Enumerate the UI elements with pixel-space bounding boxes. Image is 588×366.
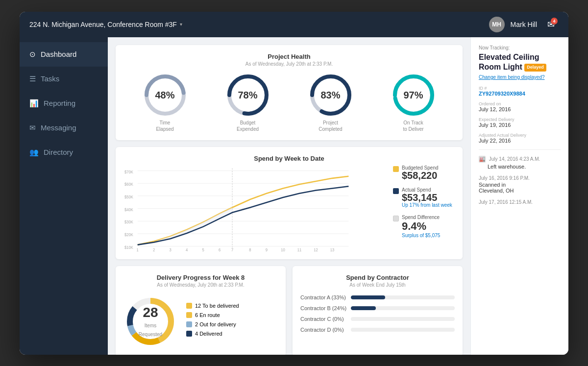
warehouse-icon: 🏭 — [479, 156, 486, 163]
contractor-label: Contractor B (24%) — [300, 305, 347, 311]
sidebar-item-label: Tasks — [41, 74, 59, 83]
id-value[interactable]: ZY92709320X9884 — [479, 91, 561, 97]
adj-delivery-label: Adjusted Actual Delivery — [479, 133, 561, 138]
location-selector[interactable]: 224 N. Michigan Avenue, Conference Room … — [29, 21, 182, 28]
diff-val: 9.4% — [402, 220, 440, 233]
contractor-bar-bg — [351, 295, 455, 299]
sidebar-item-reporting[interactable]: 📊 Reporting — [20, 91, 108, 116]
delivery-total-label: ItemsRequested — [139, 323, 162, 337]
svg-text:13: 13 — [330, 247, 335, 251]
svg-text:8: 8 — [249, 247, 251, 251]
circle-wrap: 78% — [226, 73, 270, 117]
messaging-icon: ✉ — [29, 123, 36, 132]
dashboard-icon: ⊙ — [29, 50, 36, 59]
spend-chart-title: Spend by Week to Date — [123, 155, 455, 162]
change-item-link[interactable]: Change item being displayed? — [479, 74, 561, 80]
event-2-date: July 16, 2016 9:16 P.M. — [479, 175, 561, 181]
circle-label: On Trackto Deliver — [403, 120, 423, 132]
app-frame: 224 N. Michigan Avenue, Conference Room … — [20, 12, 568, 355]
contractor-row: Contractor D (0%) — [300, 327, 455, 333]
sidebar-item-label: Directory — [44, 148, 73, 156]
svg-text:$50K: $50K — [124, 195, 134, 199]
svg-text:9: 9 — [266, 247, 268, 251]
circle-wrap: 97% — [392, 73, 435, 117]
content-area: Project Health As of Wednesday, July 20t… — [108, 37, 470, 355]
contractor-label: Contractor C (0%) — [300, 316, 347, 322]
event-2-desc: Scanned in Cleveland, OH — [479, 182, 561, 194]
project-health-title: Project Health — [123, 53, 455, 60]
svg-text:$40K: $40K — [124, 207, 134, 212]
sidebar-item-label: Dashboard — [41, 50, 76, 58]
panel-divider — [479, 149, 561, 150]
tasks-icon: ☰ — [29, 74, 36, 83]
actual-val: $53,145 — [402, 193, 452, 202]
health-metric: 97% On Trackto Deliver — [392, 73, 435, 132]
delivery-legend-dot — [186, 331, 192, 337]
sidebar-item-messaging[interactable]: ✉ Messaging — [20, 116, 108, 140]
avatar-initials: MH — [492, 21, 501, 28]
contractor-title: Spend by Contractor — [300, 274, 455, 281]
contractor-row: Contractor B (24%) — [300, 305, 455, 311]
circle-label: TimeElapsed — [156, 120, 173, 132]
actual-sub[interactable]: Up 17% from last week — [402, 202, 452, 208]
delivery-donut-center: 28 ItemsRequested — [139, 305, 162, 338]
svg-text:11: 11 — [297, 247, 302, 251]
project-health-subtitle: As of Wednesday, July 20th at 2:33 P.M. — [123, 61, 455, 67]
svg-text:$20K: $20K — [124, 232, 134, 237]
bottom-row: Delivery Progress for Week 8 As of Wedne… — [116, 266, 463, 355]
contractor-label: Contractor D (0%) — [300, 327, 347, 333]
health-metric: 83% ProjectCompleted — [309, 73, 352, 132]
mail-badge: 4 — [551, 18, 558, 24]
delivery-legend-label: 12 To be delivered — [195, 303, 239, 309]
budgeted-legend: Budgeted Spend $58,220 — [393, 165, 455, 180]
event-1-desc: Left warehouse. — [479, 164, 561, 170]
contractor-subtitle: As of Week End July 15th — [300, 282, 455, 288]
exp-delivery-label: Expected Delivery — [479, 117, 561, 122]
sidebar-item-label: Messaging — [41, 123, 76, 132]
contractor-row: Contractor A (33%) — [300, 294, 455, 300]
circle-wrap: 48% — [144, 73, 187, 117]
actual-legend: Actual Spend $53,145 Up 17% from last we… — [393, 187, 455, 208]
contractor-label: Contractor A (33%) — [300, 294, 347, 300]
delivery-legend-item: 6 En route — [186, 312, 239, 318]
health-metric: 48% TimeElapsed — [144, 73, 187, 132]
sidebar-item-tasks[interactable]: ☰ Tasks — [20, 67, 108, 91]
delivery-legend: 12 To be delivered 6 En route 2 Out for … — [186, 303, 239, 340]
circle-label: ProjectCompleted — [318, 120, 342, 132]
mail-button[interactable]: ✉ 4 — [543, 17, 559, 32]
avatar: MH — [489, 17, 505, 32]
main-layout: ⊙ Dashboard ☰ Tasks 📊 Reporting ✉ Messag… — [20, 37, 568, 355]
topbar-right: MH Mark Hill ✉ 4 — [489, 17, 559, 32]
project-health-card: Project Health As of Wednesday, July 20t… — [116, 45, 463, 140]
delivery-title: Delivery Progress for Week 8 — [123, 274, 278, 281]
svg-text:$60K: $60K — [124, 182, 134, 187]
chevron-down-icon: ▾ — [180, 22, 182, 27]
sidebar-item-directory[interactable]: 👥 Directory — [20, 140, 108, 165]
location-text: 224 N. Michigan Avenue, Conference Room … — [29, 21, 177, 28]
spend-legend: Budgeted Spend $58,220 Actual Spend $53,… — [386, 163, 455, 245]
delivery-subtitle: As of Wednesday, July 20th at 2:33 P.M. — [123, 282, 278, 288]
svg-text:$70K: $70K — [124, 170, 134, 174]
ordered-date: July 12, 2016 — [479, 106, 561, 112]
budgeted-val: $58,220 — [402, 171, 439, 180]
delivery-legend-dot — [186, 303, 192, 309]
diff-legend-dot — [393, 216, 399, 221]
sidebar-item-label: Reporting — [44, 99, 75, 107]
diff-sub[interactable]: Surplus of $5,075 — [402, 233, 440, 238]
spend-chart-card: Spend by Week to Date $10K $20K $30K $40… — [116, 147, 463, 259]
circle-center: 78% — [238, 89, 257, 100]
budgeted-label: Budgeted Spend — [402, 165, 439, 171]
delivery-legend-label: 6 En route — [195, 312, 220, 318]
contractor-bars: Contractor A (33%) Contractor B (24%) Co… — [300, 294, 455, 333]
delivery-legend-item: 4 Delivered — [186, 331, 239, 337]
delayed-badge: Delayed — [524, 64, 546, 72]
sidebar: ⊙ Dashboard ☰ Tasks 📊 Reporting ✉ Messag… — [20, 37, 108, 355]
spend-chart-svg: $10K $20K $30K $40K $50K $60K $70K — [123, 163, 386, 251]
contractor-bar-fill — [351, 295, 385, 299]
contractor-bar-fill — [351, 306, 376, 310]
sidebar-item-dashboard[interactable]: ⊙ Dashboard — [20, 42, 108, 67]
topbar: 224 N. Michigan Avenue, Conference Room … — [20, 12, 568, 37]
delivery-legend-dot — [186, 321, 192, 327]
spend-chart-area: $10K $20K $30K $40K $50K $60K $70K — [123, 163, 386, 251]
actual-legend-dot — [393, 188, 399, 194]
